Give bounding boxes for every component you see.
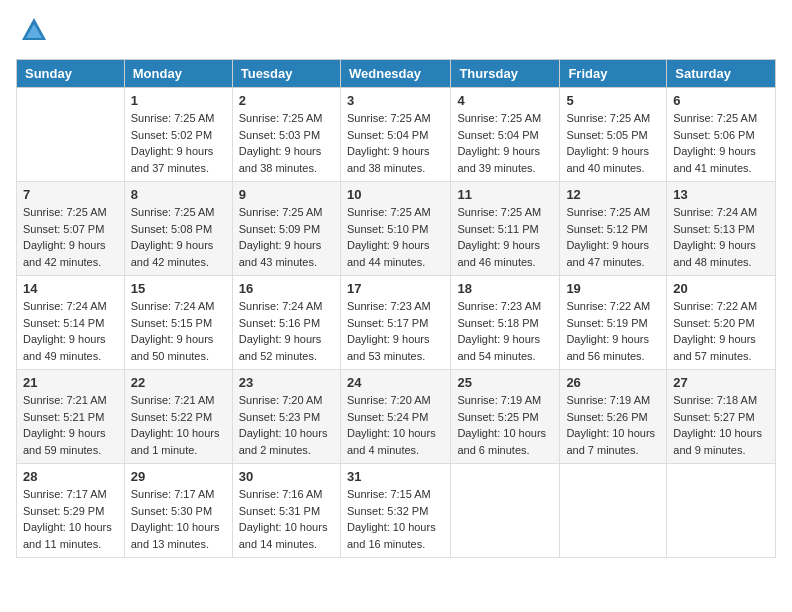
calendar-cell: 22 Sunrise: 7:21 AMSunset: 5:22 PMDaylig… xyxy=(124,370,232,464)
day-detail: Sunrise: 7:17 AMSunset: 5:30 PMDaylight:… xyxy=(131,486,226,552)
day-detail: Sunrise: 7:15 AMSunset: 5:32 PMDaylight:… xyxy=(347,486,444,552)
logo xyxy=(16,16,48,49)
day-detail: Sunrise: 7:24 AMSunset: 5:14 PMDaylight:… xyxy=(23,298,118,364)
calendar-cell: 26 Sunrise: 7:19 AMSunset: 5:26 PMDaylig… xyxy=(560,370,667,464)
calendar-cell: 27 Sunrise: 7:18 AMSunset: 5:27 PMDaylig… xyxy=(667,370,776,464)
day-detail: Sunrise: 7:25 AMSunset: 5:05 PMDaylight:… xyxy=(566,110,660,176)
day-number: 16 xyxy=(239,281,334,296)
day-detail: Sunrise: 7:25 AMSunset: 5:07 PMDaylight:… xyxy=(23,204,118,270)
calendar-week-row: 1 Sunrise: 7:25 AMSunset: 5:02 PMDayligh… xyxy=(17,88,776,182)
day-detail: Sunrise: 7:22 AMSunset: 5:19 PMDaylight:… xyxy=(566,298,660,364)
calendar-cell: 15 Sunrise: 7:24 AMSunset: 5:15 PMDaylig… xyxy=(124,276,232,370)
day-number: 9 xyxy=(239,187,334,202)
calendar-cell: 12 Sunrise: 7:25 AMSunset: 5:12 PMDaylig… xyxy=(560,182,667,276)
calendar-cell: 29 Sunrise: 7:17 AMSunset: 5:30 PMDaylig… xyxy=(124,464,232,558)
day-number: 19 xyxy=(566,281,660,296)
calendar-cell: 7 Sunrise: 7:25 AMSunset: 5:07 PMDayligh… xyxy=(17,182,125,276)
calendar-cell: 1 Sunrise: 7:25 AMSunset: 5:02 PMDayligh… xyxy=(124,88,232,182)
calendar-table: SundayMondayTuesdayWednesdayThursdayFrid… xyxy=(16,59,776,558)
day-detail: Sunrise: 7:19 AMSunset: 5:26 PMDaylight:… xyxy=(566,392,660,458)
calendar-cell: 18 Sunrise: 7:23 AMSunset: 5:18 PMDaylig… xyxy=(451,276,560,370)
calendar-cell: 30 Sunrise: 7:16 AMSunset: 5:31 PMDaylig… xyxy=(232,464,340,558)
calendar-week-row: 14 Sunrise: 7:24 AMSunset: 5:14 PMDaylig… xyxy=(17,276,776,370)
calendar-cell: 21 Sunrise: 7:21 AMSunset: 5:21 PMDaylig… xyxy=(17,370,125,464)
day-number: 14 xyxy=(23,281,118,296)
day-detail: Sunrise: 7:20 AMSunset: 5:23 PMDaylight:… xyxy=(239,392,334,458)
calendar-cell xyxy=(560,464,667,558)
day-number: 25 xyxy=(457,375,553,390)
page-header xyxy=(16,16,776,49)
day-number: 2 xyxy=(239,93,334,108)
logo-text xyxy=(16,16,48,49)
day-number: 8 xyxy=(131,187,226,202)
calendar-cell: 3 Sunrise: 7:25 AMSunset: 5:04 PMDayligh… xyxy=(340,88,450,182)
day-number: 30 xyxy=(239,469,334,484)
calendar-cell: 17 Sunrise: 7:23 AMSunset: 5:17 PMDaylig… xyxy=(340,276,450,370)
calendar-cell: 31 Sunrise: 7:15 AMSunset: 5:32 PMDaylig… xyxy=(340,464,450,558)
day-number: 18 xyxy=(457,281,553,296)
day-detail: Sunrise: 7:25 AMSunset: 5:09 PMDaylight:… xyxy=(239,204,334,270)
day-number: 13 xyxy=(673,187,769,202)
day-detail: Sunrise: 7:19 AMSunset: 5:25 PMDaylight:… xyxy=(457,392,553,458)
calendar-cell xyxy=(667,464,776,558)
day-detail: Sunrise: 7:17 AMSunset: 5:29 PMDaylight:… xyxy=(23,486,118,552)
day-number: 5 xyxy=(566,93,660,108)
day-detail: Sunrise: 7:25 AMSunset: 5:02 PMDaylight:… xyxy=(131,110,226,176)
day-detail: Sunrise: 7:25 AMSunset: 5:04 PMDaylight:… xyxy=(347,110,444,176)
calendar-cell: 4 Sunrise: 7:25 AMSunset: 5:04 PMDayligh… xyxy=(451,88,560,182)
weekday-header-monday: Monday xyxy=(124,60,232,88)
calendar-cell: 11 Sunrise: 7:25 AMSunset: 5:11 PMDaylig… xyxy=(451,182,560,276)
day-detail: Sunrise: 7:21 AMSunset: 5:21 PMDaylight:… xyxy=(23,392,118,458)
calendar-cell xyxy=(17,88,125,182)
calendar-cell: 19 Sunrise: 7:22 AMSunset: 5:19 PMDaylig… xyxy=(560,276,667,370)
day-number: 6 xyxy=(673,93,769,108)
day-number: 28 xyxy=(23,469,118,484)
weekday-header-saturday: Saturday xyxy=(667,60,776,88)
day-number: 22 xyxy=(131,375,226,390)
day-number: 3 xyxy=(347,93,444,108)
weekday-header-sunday: Sunday xyxy=(17,60,125,88)
day-number: 12 xyxy=(566,187,660,202)
day-detail: Sunrise: 7:23 AMSunset: 5:18 PMDaylight:… xyxy=(457,298,553,364)
calendar-cell: 16 Sunrise: 7:24 AMSunset: 5:16 PMDaylig… xyxy=(232,276,340,370)
calendar-header-row: SundayMondayTuesdayWednesdayThursdayFrid… xyxy=(17,60,776,88)
day-detail: Sunrise: 7:24 AMSunset: 5:13 PMDaylight:… xyxy=(673,204,769,270)
calendar-cell: 6 Sunrise: 7:25 AMSunset: 5:06 PMDayligh… xyxy=(667,88,776,182)
day-detail: Sunrise: 7:25 AMSunset: 5:03 PMDaylight:… xyxy=(239,110,334,176)
day-detail: Sunrise: 7:18 AMSunset: 5:27 PMDaylight:… xyxy=(673,392,769,458)
day-detail: Sunrise: 7:25 AMSunset: 5:08 PMDaylight:… xyxy=(131,204,226,270)
day-detail: Sunrise: 7:25 AMSunset: 5:10 PMDaylight:… xyxy=(347,204,444,270)
calendar-cell: 14 Sunrise: 7:24 AMSunset: 5:14 PMDaylig… xyxy=(17,276,125,370)
calendar-week-row: 7 Sunrise: 7:25 AMSunset: 5:07 PMDayligh… xyxy=(17,182,776,276)
weekday-header-friday: Friday xyxy=(560,60,667,88)
calendar-cell: 28 Sunrise: 7:17 AMSunset: 5:29 PMDaylig… xyxy=(17,464,125,558)
calendar-cell: 23 Sunrise: 7:20 AMSunset: 5:23 PMDaylig… xyxy=(232,370,340,464)
day-detail: Sunrise: 7:21 AMSunset: 5:22 PMDaylight:… xyxy=(131,392,226,458)
day-number: 20 xyxy=(673,281,769,296)
calendar-cell: 9 Sunrise: 7:25 AMSunset: 5:09 PMDayligh… xyxy=(232,182,340,276)
day-number: 23 xyxy=(239,375,334,390)
day-number: 31 xyxy=(347,469,444,484)
day-number: 7 xyxy=(23,187,118,202)
day-detail: Sunrise: 7:25 AMSunset: 5:06 PMDaylight:… xyxy=(673,110,769,176)
day-number: 24 xyxy=(347,375,444,390)
day-number: 26 xyxy=(566,375,660,390)
day-detail: Sunrise: 7:25 AMSunset: 5:12 PMDaylight:… xyxy=(566,204,660,270)
day-number: 15 xyxy=(131,281,226,296)
calendar-cell: 5 Sunrise: 7:25 AMSunset: 5:05 PMDayligh… xyxy=(560,88,667,182)
day-detail: Sunrise: 7:20 AMSunset: 5:24 PMDaylight:… xyxy=(347,392,444,458)
day-number: 10 xyxy=(347,187,444,202)
day-number: 17 xyxy=(347,281,444,296)
weekday-header-thursday: Thursday xyxy=(451,60,560,88)
day-detail: Sunrise: 7:24 AMSunset: 5:16 PMDaylight:… xyxy=(239,298,334,364)
day-number: 27 xyxy=(673,375,769,390)
calendar-cell: 20 Sunrise: 7:22 AMSunset: 5:20 PMDaylig… xyxy=(667,276,776,370)
calendar-cell: 2 Sunrise: 7:25 AMSunset: 5:03 PMDayligh… xyxy=(232,88,340,182)
day-detail: Sunrise: 7:25 AMSunset: 5:04 PMDaylight:… xyxy=(457,110,553,176)
day-number: 29 xyxy=(131,469,226,484)
day-detail: Sunrise: 7:22 AMSunset: 5:20 PMDaylight:… xyxy=(673,298,769,364)
weekday-header-tuesday: Tuesday xyxy=(232,60,340,88)
day-detail: Sunrise: 7:25 AMSunset: 5:11 PMDaylight:… xyxy=(457,204,553,270)
calendar-cell: 25 Sunrise: 7:19 AMSunset: 5:25 PMDaylig… xyxy=(451,370,560,464)
day-number: 1 xyxy=(131,93,226,108)
